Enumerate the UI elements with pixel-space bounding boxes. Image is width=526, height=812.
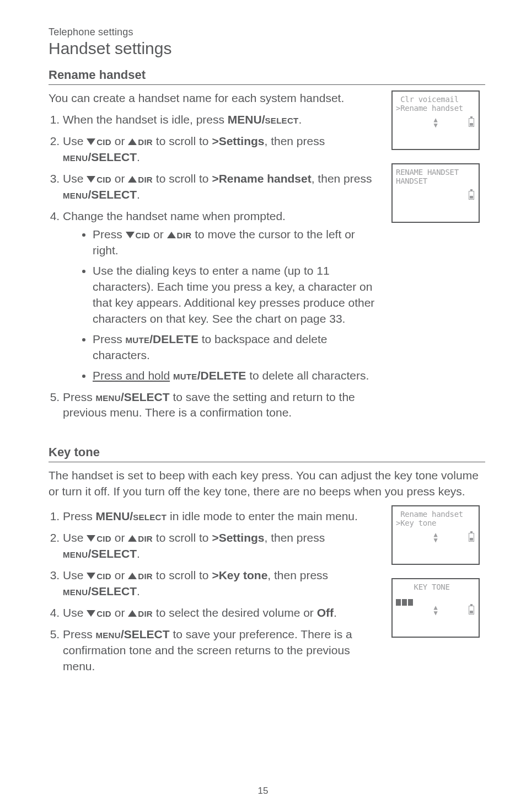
key-menu: menu <box>63 585 88 597</box>
steps-rename: When the handset is idle, press MENU/sel… <box>49 112 382 421</box>
lcd-line: HANDSET_ <box>396 177 475 185</box>
text: . <box>137 188 140 201</box>
menu-target: >Settings <box>212 531 264 544</box>
updown-icon: ▲▼ <box>434 605 438 616</box>
substeps: Press cid or dir to move the cursor to t… <box>63 227 382 384</box>
key-select: /SELECT <box>121 391 170 403</box>
up-arrow-icon <box>128 573 137 579</box>
down-arrow-icon <box>87 138 95 145</box>
key-menu: menu <box>63 188 88 201</box>
step-5: Press menu/SELECT to save your preferenc… <box>63 627 382 675</box>
lcd-screen-keytone-volume: KEY TONE ▲▼ <box>391 578 480 638</box>
text: Press and hold <box>93 369 170 382</box>
lcd-line: Rename handset <box>396 510 475 519</box>
key-delete: /DELETE <box>197 369 246 382</box>
menu-target: >Rename handset <box>212 172 311 185</box>
text: , then press <box>264 135 325 147</box>
battery-icon <box>469 533 474 542</box>
menu-target: >Key tone <box>212 569 267 581</box>
text: to scroll to <box>153 569 212 581</box>
bullet-1: Press cid or dir to move the cursor to t… <box>93 227 382 259</box>
key-select: /SELECT <box>121 628 170 640</box>
battery-icon <box>469 191 474 200</box>
text: to scroll to <box>153 172 212 185</box>
text: , then press <box>264 531 325 544</box>
text: or <box>111 606 128 619</box>
key-cid: cid <box>96 606 111 619</box>
step-2: Use cid or dir to scroll to >Settings, t… <box>63 530 382 562</box>
text: to select the desired volume or <box>153 606 317 619</box>
off-label: Off <box>317 606 334 619</box>
up-arrow-icon <box>128 610 137 617</box>
section-eyebrow: Telephone settings <box>49 26 485 38</box>
up-arrow-icon <box>128 138 137 145</box>
key-cid: cid <box>136 228 151 241</box>
lcd-line: >Key tone <box>396 519 475 527</box>
key-cid: cid <box>96 531 111 544</box>
step-3: Use cid or dir to scroll to >Key tone, t… <box>63 568 382 600</box>
text: , then press <box>312 172 372 185</box>
text: . <box>299 113 302 126</box>
key-cid: cid <box>96 135 111 147</box>
text: , then press <box>267 569 328 581</box>
up-arrow-icon <box>128 535 137 542</box>
key-menu: menu <box>96 628 121 640</box>
text: Press <box>63 510 96 522</box>
menu-target: >Settings <box>212 135 264 147</box>
key-select: /SELECT <box>88 547 137 560</box>
text: or <box>111 531 128 544</box>
key-dir: dir <box>138 172 153 185</box>
lcd-line: Clr voicemail <box>396 95 475 104</box>
battery-icon <box>469 606 474 615</box>
text: Press <box>63 391 96 403</box>
text: Change the handset name when prompted. <box>63 210 286 222</box>
text: Press <box>63 628 96 640</box>
bullet-3: Press mute/DELETE to backspace and delet… <box>93 332 382 364</box>
key-mute: mute <box>173 369 197 382</box>
lcd-screen-rename: RENAME HANDSET HANDSET_ <box>391 163 480 223</box>
up-arrow-icon <box>128 176 137 183</box>
bullet-4: Press and hold mute/DELETE to delete all… <box>93 368 382 384</box>
text: to scroll to <box>153 135 212 147</box>
key-select: select <box>265 113 299 126</box>
intro-text: The handset is set to beep with each key… <box>49 468 485 500</box>
lcd-screen-settings: Clr voicemail >Rename handset ▲▼ <box>391 90 480 150</box>
step-4: Change the handset name when prompted. P… <box>63 209 382 384</box>
text: Use <box>63 569 87 581</box>
down-arrow-icon <box>87 573 95 579</box>
key-select: /SELECT <box>88 188 137 201</box>
text: to delete all characters. <box>246 369 369 382</box>
text: When the handset is idle, press <box>63 113 228 126</box>
text: to scroll to <box>153 531 212 544</box>
text: Use <box>63 531 87 544</box>
battery-icon <box>469 118 474 127</box>
key-menu: MENU/ <box>228 113 265 126</box>
text: or <box>111 569 128 581</box>
key-cid: cid <box>96 172 111 185</box>
rule <box>49 84 485 85</box>
up-arrow-icon <box>167 232 176 238</box>
key-dir: dir <box>138 531 153 544</box>
text: Use <box>63 135 87 147</box>
key-select: /SELECT <box>88 151 137 163</box>
text: Use <box>63 606 87 619</box>
text: or <box>111 172 128 185</box>
key-menu: menu <box>96 391 121 403</box>
key-menu: menu <box>63 151 88 163</box>
updown-icon: ▲▼ <box>434 117 438 128</box>
rule <box>49 462 485 462</box>
key-menu: MENU/ <box>96 510 133 522</box>
down-arrow-icon <box>87 535 95 542</box>
lcd-screen-keytone-menu: Rename handset >Key tone ▲▼ <box>391 505 480 565</box>
intro-text: You can create a handset name for each s… <box>49 90 382 106</box>
text: Press <box>93 333 126 345</box>
lcd-line: >Rename handset <box>396 104 475 113</box>
key-menu: menu <box>63 547 88 560</box>
key-dir: dir <box>177 228 192 241</box>
down-arrow-icon <box>87 176 95 183</box>
lcd-line: RENAME HANDSET <box>396 168 475 177</box>
heading-rename-handset: Rename handset <box>49 68 485 82</box>
step-1: Press MENU/select in idle mode to enter … <box>63 509 382 525</box>
key-delete: /DELETE <box>149 333 198 345</box>
key-select: select <box>133 510 167 522</box>
